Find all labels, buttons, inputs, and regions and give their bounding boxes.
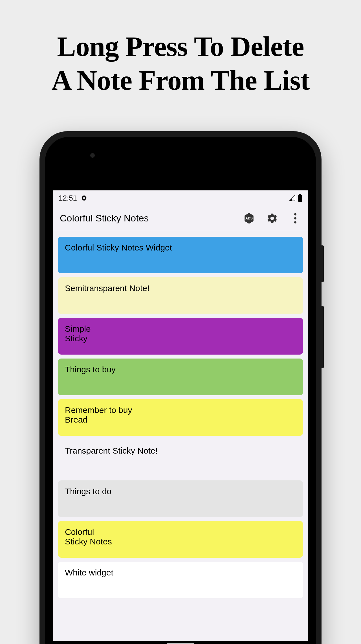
- svg-rect-1: [298, 195, 302, 202]
- note-item[interactable]: Semitransparent Note!: [58, 277, 303, 314]
- phone-frame: 12:51: [39, 131, 322, 644]
- note-item[interactable]: White widget: [58, 562, 303, 598]
- note-item[interactable]: Colorful Sticky Notes Widget: [58, 237, 303, 273]
- bottom-nav-bar: [53, 641, 308, 644]
- phone-camera: [90, 153, 95, 158]
- note-text: Things to do: [65, 487, 111, 496]
- headline-line-2: A Note From The List: [0, 63, 361, 97]
- note-item[interactable]: Remember to buy Bread: [58, 399, 303, 436]
- phone-speaker: [135, 152, 226, 159]
- notes-list: Colorful Sticky Notes WidgetSemitranspar…: [53, 231, 308, 604]
- overflow-menu-button[interactable]: [289, 212, 301, 224]
- status-left: 12:51: [59, 194, 87, 203]
- svg-point-3: [294, 213, 296, 215]
- status-bar: 12:51: [53, 190, 308, 206]
- ads-icon: ADS: [243, 212, 255, 224]
- more-vertical-icon: [294, 213, 297, 224]
- phone-side-button: [322, 245, 324, 282]
- note-text: Colorful Sticky Notes Widget: [65, 243, 172, 252]
- note-item[interactable]: Transparent Sticky Note!: [58, 440, 303, 476]
- note-item[interactable]: Things to buy: [58, 359, 303, 395]
- ads-button[interactable]: ADS: [243, 212, 255, 224]
- app-actions: ADS: [243, 212, 301, 224]
- status-time: 12:51: [59, 194, 77, 203]
- svg-rect-0: [299, 194, 301, 195]
- note-text: Simple Sticky: [65, 324, 91, 343]
- svg-point-5: [294, 221, 296, 223]
- note-text: Transparent Sticky Note!: [65, 446, 158, 456]
- note-item[interactable]: Colorful Sticky Notes: [58, 521, 303, 558]
- note-text: Remember to buy Bread: [65, 405, 132, 425]
- note-item[interactable]: Simple Sticky: [58, 318, 303, 355]
- app-screen: 12:51: [53, 190, 308, 644]
- settings-button[interactable]: [266, 212, 278, 224]
- headline-line-1: Long Press To Delete: [0, 30, 361, 63]
- signal-icon: [289, 195, 296, 201]
- note-text: Colorful Sticky Notes: [65, 527, 112, 546]
- battery-icon: [298, 194, 302, 202]
- app-bar: Colorful Sticky Notes ADS: [53, 206, 308, 231]
- phone-side-button: [322, 306, 324, 368]
- note-text: Things to buy: [65, 365, 116, 374]
- gear-icon: [81, 195, 87, 201]
- svg-text:ADS: ADS: [245, 216, 253, 220]
- app-title: Colorful Sticky Notes: [60, 213, 243, 224]
- promo-headline: Long Press To Delete A Note From The Lis…: [0, 30, 361, 97]
- gear-icon: [266, 212, 278, 224]
- note-text: Semitransparent Note!: [65, 283, 149, 293]
- note-item[interactable]: Things to do: [58, 480, 303, 517]
- status-right: [289, 194, 302, 202]
- svg-point-4: [294, 217, 296, 219]
- note-text: White widget: [65, 568, 113, 577]
- phone-inner: 12:51: [45, 137, 316, 644]
